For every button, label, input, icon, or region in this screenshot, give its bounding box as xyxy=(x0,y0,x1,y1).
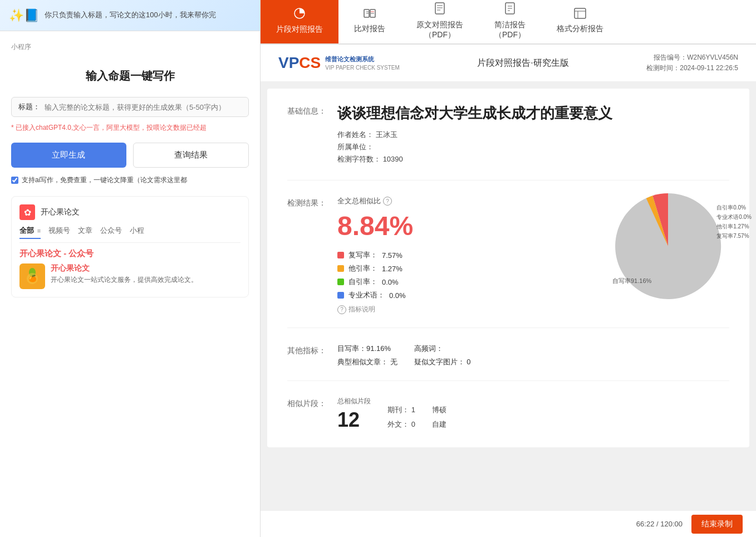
high-freq-row: 高频词： xyxy=(414,344,474,354)
vpcs-sub: VIP PAPER CHECK SYSTEM xyxy=(325,65,400,71)
compare-icon xyxy=(364,8,376,22)
finish-button[interactable]: 结束录制 xyxy=(691,515,743,534)
vpcs-logo: VPCS 维普论文检测系统 VIP PAPER CHECK SYSTEM xyxy=(278,54,400,72)
author-row: 作者姓名： 王冰玉 xyxy=(337,130,729,140)
similarity-label: 全文总相似比 ? xyxy=(337,196,596,206)
char-count-row: 检测字符数： 10390 xyxy=(337,154,729,164)
detection-left: 全文总相似比 ? 8.84% 复写率： 7.57% 他引率： 1.27% xyxy=(337,196,596,314)
wechat-logo-icon: ✿ xyxy=(19,204,35,220)
similar-body: 总相似片段 12 期刊： 1 外文： 0 xyxy=(337,397,729,432)
stat-row-1: 他引率： 1.27% xyxy=(337,263,596,274)
legend-self-cite: 自引率0.0% xyxy=(716,203,752,212)
stat-row-3: 专业术语： 0.0% xyxy=(337,290,596,300)
stat-row-0: 复写率： 7.57% xyxy=(337,250,596,260)
simple-pdf-icon xyxy=(504,2,516,17)
typical-row: 典型相似文章： 无 xyxy=(337,357,397,367)
top-banner: ✨📘 你只负责输入标题，写论文的这100小时，我来帮你完 xyxy=(0,0,260,31)
tab-format-label: 格式分析报告 xyxy=(557,24,603,34)
blog-row: 博硕 xyxy=(432,403,446,417)
tab-compare-report[interactable]: 比对报告 xyxy=(338,0,401,43)
self-write-rate: 目写率：91.16% xyxy=(337,344,397,354)
tab-segment-report[interactable]: 片段对照报告 xyxy=(261,0,338,43)
title-input-row: 标题： xyxy=(11,97,249,117)
org-row: 所属单位： xyxy=(337,142,729,152)
tab-segment-label: 片段对照报告 xyxy=(276,25,323,35)
right-panel: 片段对照报告 比对报告 原文对照报告（PDF） 简洁报告（PDF） 格式分析报告 xyxy=(261,0,756,537)
similar-extra: 博硕 自建 xyxy=(432,403,446,432)
wechat-tab-all[interactable]: 全部 ≡ xyxy=(19,226,41,239)
original-pdf-icon xyxy=(434,2,445,17)
journal-row: 期刊： 1 xyxy=(387,403,415,417)
title-input[interactable] xyxy=(45,103,242,111)
indicator-info-icon: ? xyxy=(337,305,346,314)
pie-self-write-label: 自写率91.16% xyxy=(612,277,651,285)
svg-text:🍊: 🍊 xyxy=(28,274,37,282)
vpcs-full-name: 维普论文检测系统 xyxy=(325,55,400,64)
wechat-search-text: 开心果论文 xyxy=(41,207,80,217)
report-header: VPCS 维普论文检测系统 VIP PAPER CHECK SYSTEM 片段对… xyxy=(261,45,756,82)
wechat-account-desc: 开心果论文一站式论文服务，提供高效完成论文。 xyxy=(51,275,240,285)
wechat-tab-video[interactable]: 视频号 xyxy=(48,226,70,239)
svg-rect-19 xyxy=(575,8,586,18)
wechat-info: 开心果论文 开心果论文一站式论文服务，提供高效完成论文。 xyxy=(51,263,240,285)
dot-green xyxy=(337,279,344,285)
info-icon[interactable]: ? xyxy=(383,197,392,206)
wechat-tab-article[interactable]: 文章 xyxy=(78,226,92,239)
checkbox-label: 支持ai写作，免费查重，一键论文降重（论文需求这里都 xyxy=(22,175,187,185)
btn-row: 立即生成 查询结果 xyxy=(11,143,249,168)
ai-checkbox[interactable] xyxy=(11,177,18,184)
filter-icon: ≡ xyxy=(37,227,41,234)
action-bar: 66:22 / 120:00 结束录制 xyxy=(261,510,756,537)
wechat-result-item: 🍊 开心果论文 开心果论文一站式论文服务，提供高效完成论文。 xyxy=(19,263,240,289)
wechat-account-name: 开心果论文 xyxy=(51,263,240,274)
total-similar-num: 12 xyxy=(337,408,371,432)
dot-yellow xyxy=(337,265,344,272)
report-no: 报告编号：W2N6YVLV456N xyxy=(646,52,738,63)
wechat-tab-official[interactable]: 公众号 xyxy=(100,226,122,239)
tab-simple-pdf[interactable]: 简洁报告（PDF） xyxy=(479,0,541,43)
indicator-link[interactable]: ? 指标说明 xyxy=(337,305,596,314)
self-build-row: 自建 xyxy=(432,417,446,432)
wechat-area: ✿ 开心果论文 全部 ≡ 视频号 文章 公众号 小程 开心果论文 - 公众号 xyxy=(11,196,249,297)
wechat-tabs: 全部 ≡ 视频号 文章 公众号 小程 xyxy=(19,226,240,243)
similar-stats: 总相似片段 12 期刊： 1 外文： 0 xyxy=(337,397,729,432)
similar-label: 相似片段： xyxy=(287,397,326,432)
svg-rect-11 xyxy=(435,3,444,14)
ai-notice: * 已接入chatGPT4.0,文心一言，阿里大模型，投喂论文数据已经超 xyxy=(11,123,249,133)
other-section: 其他指标： 目写率：91.16% 高频词： 典型相似文章： 无 疑似文字图片： … xyxy=(287,344,729,381)
tab-original-pdf[interactable]: 原文对照报告（PDF） xyxy=(401,0,479,43)
tab-simple-label: 简洁报告（PDF） xyxy=(494,19,526,40)
checkbox-row: 支持ai写作，免费查重，一键论文降重（论文需求这里都 xyxy=(11,175,249,185)
generate-button[interactable]: 立即生成 xyxy=(11,143,126,168)
legend-rewrite: 复写率7.57% xyxy=(716,231,752,241)
report-content: VPCS 维普论文检测系统 VIP PAPER CHECK SYSTEM 片段对… xyxy=(261,45,756,510)
image-text-row: 疑似文字图片： 0 xyxy=(414,357,474,367)
detection-section: 检测结果： 全文总相似比 ? 8.84% 复写率： 7.57% 他引率： xyxy=(287,196,729,328)
similar-breakdown: 期刊： 1 外文： 0 xyxy=(387,403,415,432)
query-button[interactable]: 查询结果 xyxy=(133,143,249,168)
section-tag: 小程序 xyxy=(11,42,249,52)
pie-legend: 自引率0.0% 专业术语0.0% 他引率1.27% 复写率7.57% xyxy=(716,203,752,241)
basic-info-body: 谈谈理想信念对大学生成长成才的重要意义 作者姓名： 王冰玉 所属单位： 检测字符… xyxy=(337,104,729,167)
paper-title: 谈谈理想信念对大学生成长成才的重要意义 xyxy=(337,104,729,123)
wechat-tab-mini[interactable]: 小程 xyxy=(130,226,144,239)
format-icon xyxy=(574,8,586,22)
wechat-header: ✿ 开心果论文 xyxy=(19,204,240,220)
wechat-avatar: 🍊 xyxy=(19,263,45,289)
timer-text: 66:22 / 120:00 xyxy=(636,520,683,528)
main-title: 输入命题一键写作 xyxy=(11,69,249,84)
similarity-value: 8.84% xyxy=(337,211,596,241)
total-similar-card: 总相似片段 12 xyxy=(337,397,371,432)
report-meta: 报告编号：W2N6YVLV456N 检测时间：2024-09-11 22:26:… xyxy=(646,52,738,74)
pie-chart: 自引率0.0% 专业术语0.0% 他引率1.27% 复写率7.57% 自写率91… xyxy=(607,196,729,296)
segment-report-icon xyxy=(293,7,306,22)
basic-info-label: 基础信息： xyxy=(287,104,326,167)
stat-row-2: 自引率： 0.0% xyxy=(337,277,596,287)
tab-compare-label: 比对报告 xyxy=(354,24,385,34)
total-similar-label: 总相似片段 xyxy=(337,397,371,406)
wechat-result-title: 开心果论文 - 公众号 xyxy=(19,248,240,259)
tab-format-report[interactable]: 格式分析报告 xyxy=(541,0,619,43)
dot-red xyxy=(337,252,344,258)
detection-time: 检测时间：2024-09-11 22:26:5 xyxy=(646,63,738,74)
foreign-row: 外文： 0 xyxy=(387,417,415,432)
